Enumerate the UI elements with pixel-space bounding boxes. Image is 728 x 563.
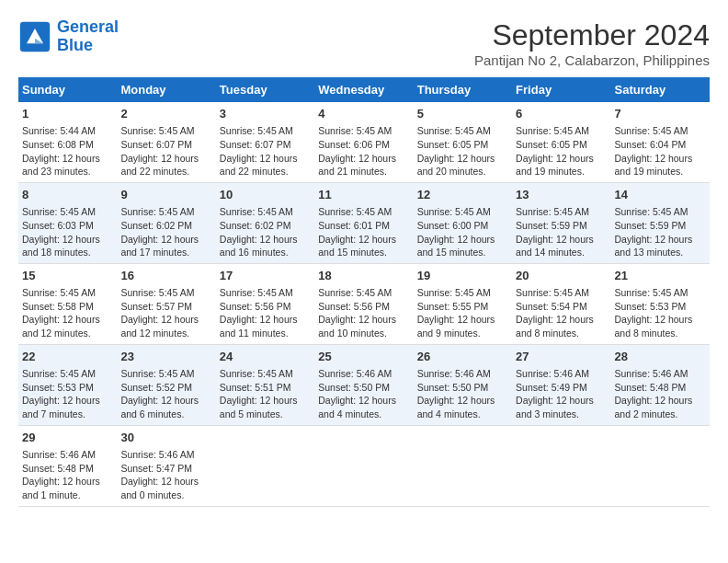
calendar-table: SundayMondayTuesdayWednesdayThursdayFrid… <box>18 77 710 507</box>
sunrise-text: Sunrise: 5:45 AM <box>22 286 113 300</box>
sunrise-text: Sunrise: 5:45 AM <box>22 367 113 381</box>
header-wednesday: Wednesday <box>314 77 413 102</box>
day-number: 5 <box>417 106 508 122</box>
daylight-text: Daylight: 12 hours and 10 minutes. <box>318 313 409 339</box>
daylight-text: Daylight: 12 hours and 16 minutes. <box>220 233 311 259</box>
calendar-cell <box>512 425 610 506</box>
calendar-cell <box>314 425 413 506</box>
daylight-text: Daylight: 12 hours and 8 minutes. <box>516 313 607 339</box>
daylight-text: Daylight: 12 hours and 15 minutes. <box>417 233 508 259</box>
location-title: Pantijan No 2, Calabarzon, Philippines <box>474 52 710 68</box>
calendar-cell <box>611 425 710 506</box>
daylight-text: Daylight: 12 hours and 21 minutes. <box>318 152 409 178</box>
sunrise-text: Sunrise: 5:45 AM <box>220 286 311 300</box>
daylight-text: Daylight: 12 hours and 0 minutes. <box>120 475 211 501</box>
sunrise-text: Sunrise: 5:45 AM <box>220 205 311 219</box>
sunset-text: Sunset: 5:49 PM <box>516 381 607 395</box>
day-number: 30 <box>120 430 211 446</box>
daylight-text: Daylight: 12 hours and 22 minutes. <box>120 152 211 178</box>
calendar-cell: 8Sunrise: 5:45 AMSunset: 6:03 PMDaylight… <box>18 182 117 263</box>
daylight-text: Daylight: 12 hours and 9 minutes. <box>417 313 508 339</box>
day-number: 2 <box>120 106 211 122</box>
sunset-text: Sunset: 5:59 PM <box>615 219 706 233</box>
logo-line1: General <box>57 17 119 36</box>
day-number: 12 <box>417 187 508 203</box>
day-number: 22 <box>22 349 113 365</box>
day-number: 21 <box>615 268 706 284</box>
calendar-cell: 11Sunrise: 5:45 AMSunset: 6:01 PMDayligh… <box>314 182 413 263</box>
calendar-cell: 4Sunrise: 5:45 AMSunset: 6:06 PMDaylight… <box>314 102 413 182</box>
sunset-text: Sunset: 6:02 PM <box>220 219 311 233</box>
calendar-cell: 21Sunrise: 5:45 AMSunset: 5:53 PMDayligh… <box>611 263 710 344</box>
header-monday: Monday <box>117 77 215 102</box>
calendar-cell: 18Sunrise: 5:45 AMSunset: 5:56 PMDayligh… <box>314 263 413 344</box>
day-number: 1 <box>22 106 113 122</box>
sunset-text: Sunset: 5:58 PM <box>22 300 113 314</box>
month-title: September 2024 <box>474 18 710 52</box>
calendar-cell: 7Sunrise: 5:45 AMSunset: 6:04 PMDaylight… <box>611 102 710 182</box>
calendar-cell: 6Sunrise: 5:45 AMSunset: 6:05 PMDaylight… <box>512 102 610 182</box>
daylight-text: Daylight: 12 hours and 4 minutes. <box>417 394 508 420</box>
daylight-text: Daylight: 12 hours and 1 minute. <box>22 475 113 501</box>
sunset-text: Sunset: 6:05 PM <box>516 138 607 152</box>
week-row-5: 29Sunrise: 5:46 AMSunset: 5:48 PMDayligh… <box>18 425 710 506</box>
logo-line2: Blue <box>57 36 93 54</box>
week-row-3: 15Sunrise: 5:45 AMSunset: 5:58 PMDayligh… <box>18 263 710 344</box>
calendar-cell: 9Sunrise: 5:45 AMSunset: 6:02 PMDaylight… <box>117 182 215 263</box>
sunset-text: Sunset: 5:55 PM <box>417 300 508 314</box>
header-tuesday: Tuesday <box>216 77 314 102</box>
daylight-text: Daylight: 12 hours and 8 minutes. <box>615 313 706 339</box>
day-number: 10 <box>220 187 311 203</box>
day-number: 27 <box>516 349 607 365</box>
sunset-text: Sunset: 5:51 PM <box>220 381 311 395</box>
sunrise-text: Sunrise: 5:45 AM <box>516 124 607 138</box>
calendar-cell: 22Sunrise: 5:45 AMSunset: 5:53 PMDayligh… <box>18 344 117 425</box>
sunrise-text: Sunrise: 5:45 AM <box>120 205 211 219</box>
daylight-text: Daylight: 12 hours and 6 minutes. <box>120 394 211 420</box>
sunrise-text: Sunrise: 5:44 AM <box>22 124 113 138</box>
logo: General Blue <box>18 18 119 55</box>
sunrise-text: Sunrise: 5:45 AM <box>120 367 211 381</box>
daylight-text: Daylight: 12 hours and 2 minutes. <box>615 394 706 420</box>
day-number: 17 <box>220 268 311 284</box>
daylight-text: Daylight: 12 hours and 4 minutes. <box>318 394 409 420</box>
day-number: 15 <box>22 268 113 284</box>
daylight-text: Daylight: 12 hours and 22 minutes. <box>220 152 311 178</box>
day-number: 6 <box>516 106 607 122</box>
calendar-header-row: SundayMondayTuesdayWednesdayThursdayFrid… <box>18 77 710 102</box>
day-number: 11 <box>318 187 409 203</box>
sunset-text: Sunset: 5:53 PM <box>615 300 706 314</box>
sunset-text: Sunset: 6:05 PM <box>417 138 508 152</box>
page-header: General Blue September 2024 Pantijan No … <box>18 18 710 68</box>
calendar-cell <box>216 425 314 506</box>
daylight-text: Daylight: 12 hours and 23 minutes. <box>22 152 113 178</box>
sunrise-text: Sunrise: 5:46 AM <box>417 367 508 381</box>
sunrise-text: Sunrise: 5:45 AM <box>318 124 409 138</box>
calendar-cell: 23Sunrise: 5:45 AMSunset: 5:52 PMDayligh… <box>117 344 215 425</box>
calendar-cell: 3Sunrise: 5:45 AMSunset: 6:07 PMDaylight… <box>216 102 314 182</box>
sunset-text: Sunset: 6:02 PM <box>120 219 211 233</box>
sunrise-text: Sunrise: 5:46 AM <box>120 448 211 462</box>
sunrise-text: Sunrise: 5:45 AM <box>516 205 607 219</box>
calendar-cell: 5Sunrise: 5:45 AMSunset: 6:05 PMDaylight… <box>414 102 512 182</box>
day-number: 4 <box>318 106 409 122</box>
sunset-text: Sunset: 5:54 PM <box>516 300 607 314</box>
calendar-cell: 26Sunrise: 5:46 AMSunset: 5:50 PMDayligh… <box>414 344 512 425</box>
sunset-text: Sunset: 5:53 PM <box>22 381 113 395</box>
sunset-text: Sunset: 5:48 PM <box>22 462 113 476</box>
day-number: 9 <box>120 187 211 203</box>
sunset-text: Sunset: 6:00 PM <box>417 219 508 233</box>
sunrise-text: Sunrise: 5:45 AM <box>120 124 211 138</box>
sunset-text: Sunset: 5:59 PM <box>516 219 607 233</box>
sunrise-text: Sunrise: 5:45 AM <box>615 286 706 300</box>
day-number: 23 <box>120 349 211 365</box>
calendar-cell: 15Sunrise: 5:45 AMSunset: 5:58 PMDayligh… <box>18 263 117 344</box>
logo-icon <box>18 20 51 53</box>
calendar-cell: 14Sunrise: 5:45 AMSunset: 5:59 PMDayligh… <box>611 182 710 263</box>
sunrise-text: Sunrise: 5:46 AM <box>318 367 409 381</box>
week-row-4: 22Sunrise: 5:45 AMSunset: 5:53 PMDayligh… <box>18 344 710 425</box>
logo-text: General Blue <box>57 18 119 55</box>
daylight-text: Daylight: 12 hours and 19 minutes. <box>516 152 607 178</box>
header-sunday: Sunday <box>18 77 117 102</box>
sunset-text: Sunset: 6:03 PM <box>22 219 113 233</box>
